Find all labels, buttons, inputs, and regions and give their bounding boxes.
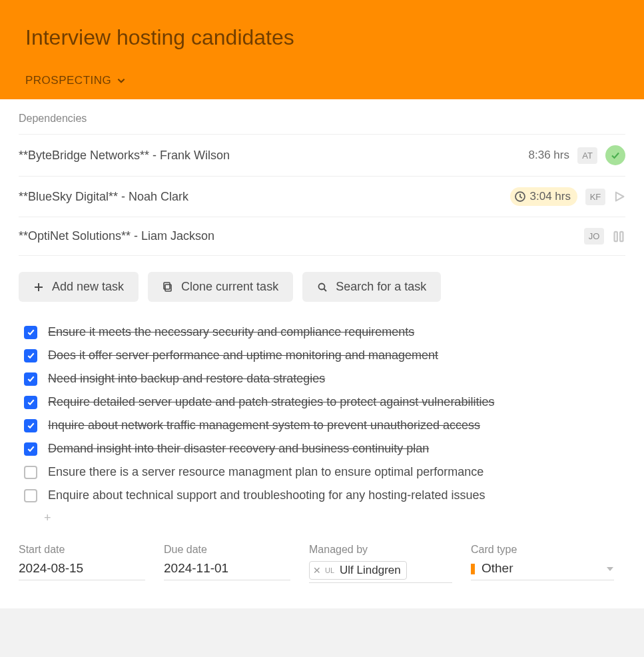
dependency-row[interactable]: **OptiNet Solutions** - Liam JacksonJO xyxy=(19,217,625,256)
checklist-row: Need insight into backup and restore dat… xyxy=(24,367,625,390)
card-type-value: Other xyxy=(471,561,614,580)
managed-by-label: Managed by xyxy=(309,544,452,556)
checklist-row: Inquire about network traffic management… xyxy=(24,414,625,437)
checklist-text[interactable]: Enquire about technical support and trou… xyxy=(48,488,485,502)
svg-line-6 xyxy=(324,289,327,291)
checkbox[interactable] xyxy=(24,372,37,386)
managed-by-value: ✕ UL Ulf Lindgren xyxy=(309,561,452,583)
checkbox[interactable] xyxy=(24,326,37,339)
status-done-icon[interactable] xyxy=(605,145,625,165)
checklist-row: Enquire about technical support and trou… xyxy=(24,484,625,507)
checkbox[interactable] xyxy=(24,396,37,409)
checkbox[interactable] xyxy=(24,349,37,362)
checkbox[interactable] xyxy=(24,466,37,479)
managed-by-field[interactable]: Managed by ✕ UL Ulf Lindgren xyxy=(309,544,452,583)
checklist-row: Ensure there is a server resource managm… xyxy=(24,460,625,484)
status-dropdown[interactable]: PROSPECTING xyxy=(25,74,619,87)
clock-icon xyxy=(514,191,526,203)
checklist-text[interactable]: Require detailed server update and patch… xyxy=(48,395,494,409)
status-play-icon[interactable] xyxy=(613,191,625,203)
checkbox[interactable] xyxy=(24,442,37,456)
checkbox[interactable] xyxy=(24,489,37,502)
svg-rect-2 xyxy=(620,231,623,241)
manager-initials: UL xyxy=(325,566,334,574)
checklist-text[interactable]: Need insight into backup and restore dat… xyxy=(48,372,325,386)
start-date-value: 2024-08-15 xyxy=(19,561,145,580)
dependency-time: 8:36 hrs xyxy=(529,149,569,162)
search-task-button[interactable]: Search for a task xyxy=(302,272,441,302)
plus-icon xyxy=(33,282,44,293)
checklist-row: Require detailed server update and patch… xyxy=(24,390,625,414)
add-task-button[interactable]: Add new task xyxy=(19,272,139,302)
due-date-label: Due date xyxy=(164,544,290,556)
dependency-title: **OptiNet Solutions** - Liam Jackson xyxy=(19,229,584,243)
chevron-down-icon xyxy=(117,76,126,85)
card-title: Interview hosting candidates xyxy=(25,25,619,50)
due-date-value: 2024-11-01 xyxy=(164,561,290,580)
clone-icon xyxy=(162,282,173,293)
search-icon xyxy=(317,282,328,293)
manager-chip[interactable]: ✕ UL Ulf Lindgren xyxy=(309,561,407,580)
search-task-label: Search for a task xyxy=(336,280,426,294)
manager-name: Ulf Lindgren xyxy=(340,564,401,577)
avatar-badge: AT xyxy=(577,147,597,164)
card-type-field[interactable]: Card type Other xyxy=(471,544,614,583)
status-label: PROSPECTING xyxy=(25,74,111,87)
card-type-label: Card type xyxy=(471,544,614,556)
clone-task-button[interactable]: Clone current task xyxy=(148,272,293,302)
dependency-row[interactable]: **ByteBridge Networks** - Frank Wilson8:… xyxy=(19,135,625,177)
checklist-row: Does it offer server performance and upt… xyxy=(24,344,625,367)
checklist: Ensure it meets the necessary security a… xyxy=(19,321,625,507)
checklist-text[interactable]: Ensure it meets the necessary security a… xyxy=(48,325,414,339)
checklist-text[interactable]: Does it offer server performance and upt… xyxy=(48,348,438,362)
card-content: Dependencies **ByteBridge Networks** - F… xyxy=(0,99,644,608)
remove-icon[interactable]: ✕ xyxy=(313,565,321,576)
checkbox[interactable] xyxy=(24,419,37,432)
type-swatch xyxy=(471,564,475,574)
due-date-field[interactable]: Due date 2024-11-01 xyxy=(164,544,290,583)
checklist-text[interactable]: Ensure there is a server resource managm… xyxy=(48,465,483,479)
svg-rect-1 xyxy=(615,231,617,241)
avatar-badge: KF xyxy=(585,189,605,205)
dependency-row[interactable]: **BlueSky Digital** - Noah Clark3:04 hrs… xyxy=(19,177,625,217)
dependency-time-text: 8:36 hrs xyxy=(529,149,569,161)
svg-point-5 xyxy=(319,283,325,289)
start-date-label: Start date xyxy=(19,544,145,556)
dependency-title: **BlueSky Digital** - Noah Clark xyxy=(19,190,510,204)
checklist-text[interactable]: Demand insight into their disaster recov… xyxy=(48,442,429,456)
dependencies-list: **ByteBridge Networks** - Frank Wilson8:… xyxy=(19,134,625,256)
status-pause-icon[interactable] xyxy=(612,230,625,243)
avatar-badge: JO xyxy=(584,228,604,245)
card-header: Interview hosting candidates PROSPECTING xyxy=(0,0,644,99)
card-type-text: Other xyxy=(482,561,513,575)
dependency-title: **ByteBridge Networks** - Frank Wilson xyxy=(19,149,529,163)
checklist-text[interactable]: Inquire about network traffic management… xyxy=(48,418,480,432)
checklist-row: Demand insight into their disaster recov… xyxy=(24,437,625,460)
dependency-time: 3:04 hrs xyxy=(510,187,577,206)
start-date-field[interactable]: Start date 2024-08-15 xyxy=(19,544,145,583)
add-task-label: Add new task xyxy=(52,280,124,294)
clone-task-label: Clone current task xyxy=(181,280,278,294)
dependency-time-text: 3:04 hrs xyxy=(530,190,571,203)
add-checklist-item[interactable]: + xyxy=(19,507,625,525)
dependencies-label: Dependencies xyxy=(19,99,625,134)
action-buttons: Add new task Clone current task Search f… xyxy=(19,256,625,321)
task-card: Interview hosting candidates PROSPECTING… xyxy=(0,0,644,608)
checklist-row: Ensure it meets the necessary security a… xyxy=(24,321,625,344)
caret-down-icon xyxy=(606,561,614,576)
fields-row: Start date 2024-08-15 Due date 2024-11-0… xyxy=(19,525,625,590)
